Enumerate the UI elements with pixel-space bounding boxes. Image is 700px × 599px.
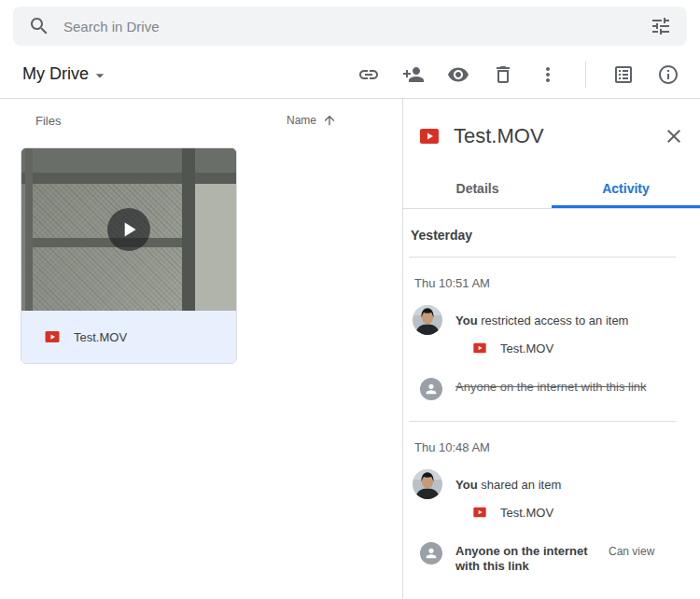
event-description: You shared an item [455, 477, 561, 493]
event-time: Thu 10:48 AM [414, 440, 678, 454]
event-time: Thu 10:51 AM [414, 276, 678, 290]
file-name: Test.MOV [74, 330, 127, 344]
details-panel: Test.MOV Details Activity Yesterday Thu … [402, 99, 700, 598]
more-vert-icon [537, 63, 559, 86]
panel-title: Test.MOV [454, 124, 642, 148]
activity-event: Thu 10:51 AM You restricted access to an… [403, 258, 700, 400]
toolbar-actions [343, 56, 687, 93]
file-card[interactable]: Test.MOV [21, 147, 237, 364]
event-file-link[interactable]: Test.MOV [472, 505, 678, 520]
user-avatar[interactable] [413, 305, 442, 335]
toolbar-divider [585, 62, 586, 88]
list-view-button[interactable] [605, 56, 642, 93]
sort-label: Name [287, 114, 316, 127]
my-drive-dropdown[interactable]: My Drive [15, 59, 117, 91]
thumbnail-art [25, 148, 33, 311]
search-input[interactable] [63, 19, 637, 35]
thumbnail-art [182, 148, 195, 311]
video-file-icon [44, 328, 61, 345]
search-bar[interactable] [13, 7, 687, 46]
event-file-name: Test.MOV [500, 341, 553, 355]
location-label: My Drive [22, 64, 89, 84]
event-file-name: Test.MOV [500, 506, 553, 520]
info-button[interactable] [650, 56, 687, 93]
anyone-with-link-icon [420, 542, 442, 564]
event-actor: You [455, 313, 478, 327]
close-icon [663, 125, 685, 147]
video-file-icon [472, 341, 487, 355]
video-thumbnail[interactable] [21, 148, 236, 311]
more-options-button[interactable] [529, 56, 567, 93]
files-area: Files Name [0, 99, 402, 598]
person-add-icon [402, 63, 425, 86]
thumbnail-art [21, 148, 236, 173]
panel-header: Test.MOV [403, 99, 700, 168]
thumbnail-art [195, 184, 236, 311]
eye-icon [447, 63, 469, 86]
permission-label: Can view [609, 544, 654, 558]
thumbnail-art [33, 238, 182, 247]
user-avatar[interactable] [413, 469, 442, 499]
video-file-icon [472, 505, 487, 520]
list-view-icon [612, 63, 635, 86]
event-actor: You [455, 478, 478, 492]
thumbnail-art [21, 173, 236, 184]
event-audience-row: Anyone on the internet with this link [420, 380, 678, 400]
toolbar: My Drive [0, 50, 700, 99]
delete-button[interactable] [484, 56, 522, 93]
get-link-button[interactable] [350, 56, 387, 93]
tab-details[interactable]: Details [403, 168, 552, 208]
tab-activity[interactable]: Activity [552, 168, 700, 208]
sort-by-name-button[interactable]: Name [287, 113, 337, 128]
tab-bar: Details Activity [403, 168, 700, 209]
event-file-link[interactable]: Test.MOV [472, 341, 678, 355]
preview-button[interactable] [440, 56, 477, 93]
link-icon [357, 63, 380, 86]
event-action: restricted access to an item [481, 313, 628, 327]
trash-icon [492, 63, 514, 86]
share-button[interactable] [395, 56, 432, 93]
arrow-up-icon [322, 113, 337, 128]
search-options-icon[interactable] [650, 15, 672, 37]
search-header [0, 0, 700, 50]
close-panel-button[interactable] [655, 118, 693, 155]
anyone-with-link-icon [420, 378, 442, 400]
event-description: You restricted access to an item [455, 313, 628, 328]
audience-label: Anyone on the internet with this link [455, 380, 678, 395]
activity-day-label: Yesterday [403, 209, 700, 257]
info-icon [657, 63, 679, 86]
event-audience-row: Anyone on the internet with this link Ca… [420, 544, 678, 574]
event-actor-row: You shared an item [413, 469, 678, 499]
activity-event: Thu 10:48 AM You shared an item Test.MOV [403, 422, 700, 574]
google-drive-app: My Drive [0, 0, 700, 598]
files-label: Files [35, 114, 61, 128]
search-icon[interactable] [28, 15, 50, 37]
activity-feed: Yesterday Thu 10:51 AM You restricted ac… [403, 209, 700, 598]
files-header: Files Name [0, 99, 402, 142]
thumbnail-art [33, 184, 182, 311]
play-button[interactable] [107, 208, 150, 251]
content: Files Name [0, 99, 700, 598]
chevron-down-icon [91, 66, 109, 85]
event-actor-row: You restricted access to an item [413, 305, 678, 335]
file-card-footer[interactable]: Test.MOV [21, 311, 236, 363]
audience-label: Anyone on the internet with this link [455, 544, 595, 574]
video-file-icon [418, 125, 441, 147]
event-action: shared an item [481, 478, 561, 492]
